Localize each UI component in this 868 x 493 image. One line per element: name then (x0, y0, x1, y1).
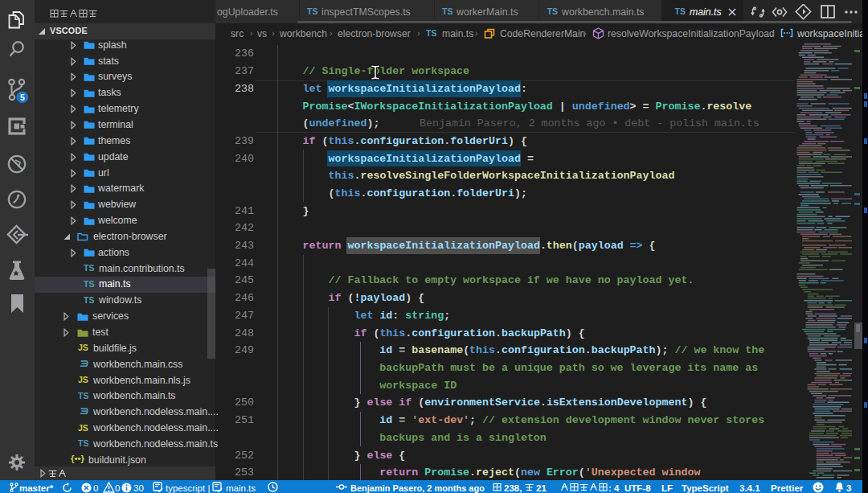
svg-text:5: 5 (20, 92, 25, 102)
